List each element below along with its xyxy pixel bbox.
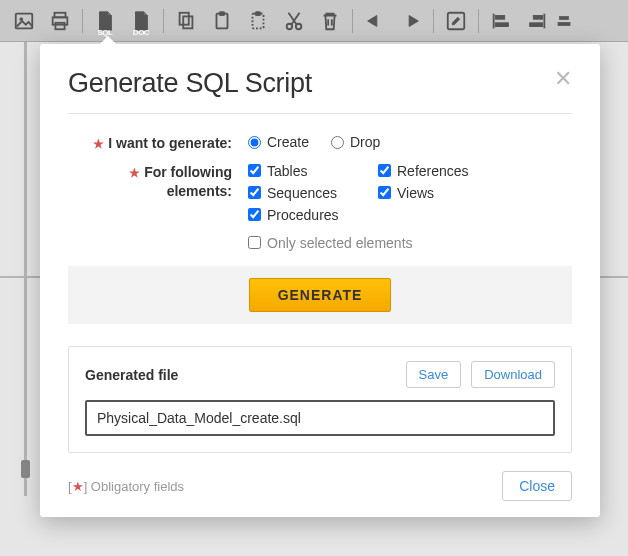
align-right-icon[interactable] [519,3,555,39]
close-icon[interactable]: ✕ [554,68,572,90]
print-icon[interactable] [42,3,78,39]
modal-title: Generate SQL Script [68,68,312,99]
generate-button[interactable]: GENERATE [249,278,392,312]
required-star-icon: ★ [93,137,104,151]
align-left-icon[interactable] [483,3,519,39]
align-center-icon[interactable] [555,3,573,39]
generated-file-title: Generated file [85,367,178,383]
svg-rect-10 [255,11,261,15]
label-generate: ★I want to generate: [68,134,248,153]
redo-icon[interactable] [393,3,429,39]
paste-icon[interactable] [204,3,240,39]
popover-arrow [99,36,117,45]
svg-rect-8 [219,11,225,15]
checkbox-only-selected[interactable]: Only selected elements [248,235,413,251]
svg-rect-17 [530,22,543,26]
save-button[interactable]: Save [406,361,462,388]
copy-icon[interactable] [168,3,204,39]
export-sql-icon[interactable]: SQL [87,3,123,39]
checkbox-tables[interactable]: Tables [248,163,360,179]
canvas-edge-vertical [24,42,27,496]
paste-special-icon[interactable] [240,3,276,39]
generate-bar: GENERATE [68,266,572,324]
generate-sql-modal: Generate SQL Script ✕ ★I want to generat… [40,44,600,517]
image-icon[interactable] [6,3,42,39]
checkbox-references[interactable]: References [378,163,490,179]
svg-rect-19 [558,22,570,25]
toolbar: SQL DOC [0,0,628,42]
svg-rect-14 [496,15,505,19]
undo-icon[interactable] [357,3,393,39]
edit-icon[interactable] [438,3,474,39]
svg-rect-18 [560,16,569,19]
required-star-icon: ★ [129,166,140,180]
download-button[interactable]: Download [471,361,555,388]
checkbox-procedures[interactable]: Procedures [248,207,360,223]
svg-rect-15 [496,22,509,26]
delete-icon[interactable] [312,3,348,39]
radio-create[interactable]: Create [248,134,309,150]
label-elements: ★For following elements: [68,163,248,253]
generated-file-panel: Generated file Save Download [68,346,572,453]
obligatory-note: [★] Obligatory fields [68,479,184,494]
filename-input[interactable] [85,400,555,436]
svg-rect-16 [533,15,542,19]
close-button[interactable]: Close [502,471,572,501]
checkbox-views[interactable]: Views [378,185,490,201]
export-doc-icon[interactable]: DOC [123,3,159,39]
resize-handle[interactable] [21,460,30,478]
cut-icon[interactable] [276,3,312,39]
radio-drop[interactable]: Drop [331,134,380,150]
checkbox-sequences[interactable]: Sequences [248,185,360,201]
